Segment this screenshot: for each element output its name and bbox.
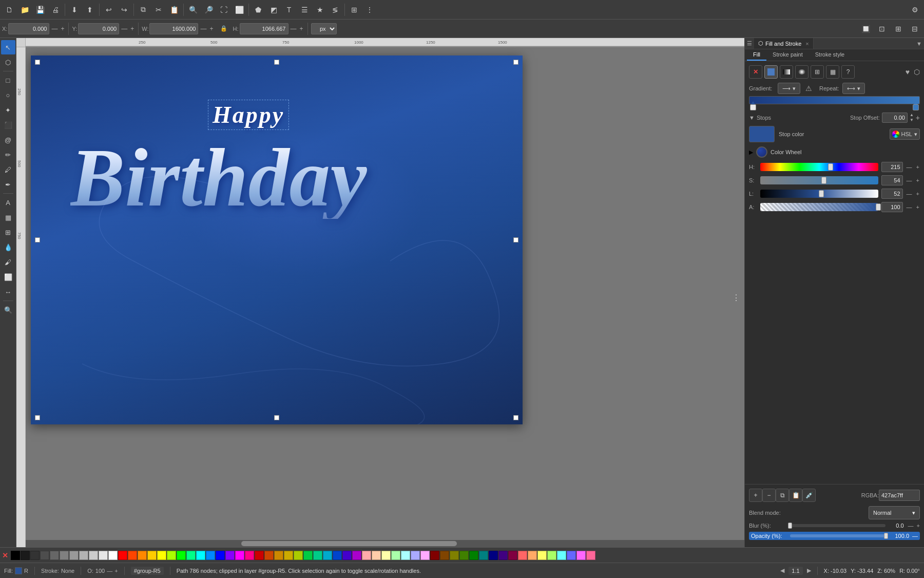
palette-color-swatch[interactable] — [567, 551, 576, 560]
print-btn[interactable]: 🖨 — [48, 3, 63, 17]
palette-color-swatch[interactable] — [528, 551, 537, 560]
palette-color-swatch[interactable] — [479, 551, 488, 560]
palette-color-swatch[interactable] — [11, 551, 20, 560]
eraser-tool[interactable]: ⬜ — [1, 270, 15, 284]
align-btn[interactable]: ⊞ — [347, 3, 361, 17]
s-inc-btn[interactable]: + — [916, 177, 920, 183]
palette-color-swatch[interactable] — [508, 551, 517, 560]
h-dec-btn[interactable]: — — [906, 164, 913, 170]
spiral-tool[interactable]: @ — [1, 133, 15, 147]
w-input[interactable] — [149, 23, 198, 34]
stop-offset-input[interactable] — [882, 113, 908, 123]
zoom-out-btn[interactable]: 🔎 — [201, 3, 216, 17]
export-btn[interactable]: ⬆ — [83, 3, 97, 17]
panel-collapse-btn[interactable]: ▼ — [914, 39, 924, 49]
palette-color-swatch[interactable] — [498, 551, 508, 560]
palette-color-swatch[interactable] — [352, 551, 361, 560]
palette-color-swatch[interactable] — [264, 551, 274, 560]
a-value-input[interactable] — [881, 202, 903, 212]
palette-color-swatch[interactable] — [216, 551, 225, 560]
palette-color-swatch[interactable] — [489, 551, 498, 560]
l-dec-btn[interactable]: — — [906, 191, 913, 197]
opacity-inc-icon[interactable]: + — [114, 568, 118, 574]
palette-color-swatch[interactable] — [537, 551, 547, 560]
color-mode-select[interactable]: HSL ▾ — [890, 128, 920, 140]
a-slider-container[interactable] — [760, 203, 878, 211]
panel-tab-close[interactable]: × — [805, 41, 808, 47]
zoom-page-btn[interactable]: ⬜ — [232, 3, 246, 17]
blur-inc-btn[interactable]: + — [917, 523, 920, 529]
handle-bl[interactable] — [35, 415, 40, 420]
zoom-in-btn[interactable]: 🔍 — [186, 3, 200, 17]
handle-tr[interactable] — [513, 60, 518, 65]
palette-color-swatch[interactable] — [138, 551, 147, 560]
nav-next-btn[interactable]: ▶ — [807, 567, 811, 574]
w-inc-btn[interactable]: + — [208, 25, 214, 32]
ellipse-tool[interactable]: ○ — [1, 88, 15, 102]
palette-color-swatch[interactable] — [557, 551, 566, 560]
color-wheel-header[interactable]: ▶ Color Wheel — [749, 146, 920, 158]
l-inc-btn[interactable]: + — [916, 191, 920, 197]
palette-color-swatch[interactable] — [147, 551, 157, 560]
palette-color-swatch[interactable] — [576, 551, 586, 560]
x-input[interactable] — [8, 23, 49, 34]
palette-color-swatch[interactable] — [440, 551, 449, 560]
handle-ml[interactable] — [35, 237, 40, 243]
paint-flat-btn[interactable] — [764, 65, 778, 79]
open-btn[interactable]: 📁 — [17, 3, 32, 17]
panel-tab-active[interactable]: ⬡ Fill and Stroke × — [754, 38, 814, 49]
paint-swatch-btn[interactable]: ▦ — [826, 65, 839, 79]
tab-stroke-paint[interactable]: Stroke paint — [766, 49, 809, 61]
xml-btn[interactable]: ≶ — [328, 3, 342, 17]
h-slider-container[interactable] — [760, 163, 878, 171]
zoom-fit-btn[interactable]: ⛶ — [217, 3, 231, 17]
opacity-dec-btn[interactable]: — — [912, 533, 918, 539]
gradient-stop-right[interactable] — [913, 104, 919, 110]
handle-mr[interactable] — [513, 237, 518, 243]
nav-prev-btn[interactable]: ◀ — [780, 567, 784, 574]
pen-tool[interactable]: 🖊 — [1, 162, 15, 177]
gradient-bar-container[interactable] — [749, 96, 920, 110]
palette-color-swatch[interactable] — [381, 551, 391, 560]
eyedrop-btn[interactable]: 💉 — [802, 489, 816, 502]
paint-none-btn[interactable]: ✕ — [749, 65, 762, 79]
import-btn[interactable]: ⬇ — [67, 3, 82, 17]
save-btn[interactable]: 💾 — [33, 3, 47, 17]
palette-color-swatch[interactable] — [274, 551, 283, 560]
palette-color-swatch[interactable] — [225, 551, 235, 560]
palette-color-swatch[interactable] — [128, 551, 137, 560]
palette-color-swatch[interactable] — [40, 551, 49, 560]
3d-box-tool[interactable]: ⬛ — [1, 118, 15, 132]
handle-tm[interactable] — [274, 60, 279, 65]
palette-color-swatch[interactable] — [167, 551, 176, 560]
select-tool[interactable]: ↖ — [1, 40, 15, 54]
blend-select[interactable]: Normal ▾ — [869, 506, 920, 519]
snap-nodes-btn[interactable]: ⊡ — [875, 22, 889, 36]
snap-global-btn[interactable]: 🔲 — [858, 22, 873, 36]
palette-color-swatch[interactable] — [186, 551, 196, 560]
h-inc-btn[interactable]: + — [299, 25, 304, 32]
objects-btn[interactable]: ☰ — [297, 3, 312, 17]
paste-stop-btn[interactable]: 📋 — [789, 489, 802, 502]
new-btn[interactable]: 🗋 — [2, 3, 16, 17]
l-slider-container[interactable] — [760, 190, 878, 198]
h-scrollbar-thumb[interactable] — [241, 541, 457, 546]
palette-color-swatch[interactable] — [411, 551, 420, 560]
h-dec-btn[interactable]: — — [290, 25, 298, 32]
palette-color-swatch[interactable] — [547, 551, 556, 560]
h-input[interactable] — [240, 23, 288, 34]
palette-color-swatch[interactable] — [196, 551, 205, 560]
zoom-tool[interactable]: 🔍 — [1, 303, 15, 317]
text-tool[interactable]: A — [1, 195, 15, 210]
s-dec-btn[interactable]: — — [906, 177, 913, 183]
gradient-stop-left[interactable] — [750, 104, 756, 110]
paint-linear-btn[interactable] — [780, 65, 793, 79]
lock-ratio-icon[interactable]: 🔒 — [217, 22, 231, 36]
palette-color-swatch[interactable] — [450, 551, 459, 560]
palette-none-btn[interactable]: ✕ — [2, 551, 8, 560]
canvas-main[interactable]: Happy Birthday — [26, 47, 744, 547]
w-dec-btn[interactable]: — — [199, 25, 207, 32]
snap-bbox-btn[interactable]: ⊞ — [891, 22, 906, 36]
fill-stroke-btn[interactable]: ◩ — [266, 3, 281, 17]
unit-select[interactable]: px mm cm in — [311, 23, 337, 34]
